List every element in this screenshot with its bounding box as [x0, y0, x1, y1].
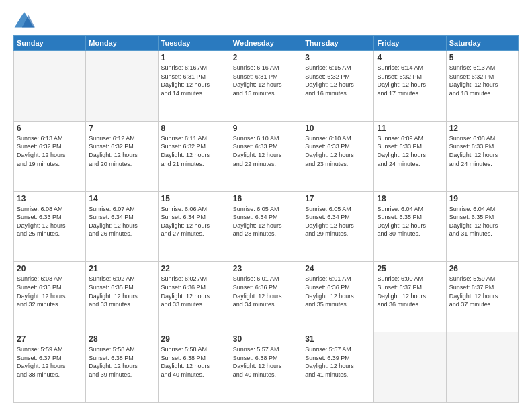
day-info: Sunrise: 5:59 AMSunset: 6:37 PMDaylight:…	[449, 275, 515, 308]
day-info: Sunrise: 6:13 AMSunset: 6:32 PMDaylight:…	[17, 134, 83, 168]
day-info: Sunrise: 6:08 AMSunset: 6:33 PMDaylight:…	[17, 205, 83, 238]
day-info: Sunrise: 6:07 AMSunset: 6:34 PMDaylight:…	[89, 205, 154, 238]
calendar-cell: 1Sunrise: 6:16 AMSunset: 6:31 PMDaylight…	[158, 51, 230, 122]
day-info: Sunrise: 6:14 AMSunset: 6:32 PMDaylight:…	[377, 64, 443, 97]
day-info: Sunrise: 6:01 AMSunset: 6:36 PMDaylight:…	[305, 275, 371, 308]
day-number: 19	[449, 194, 515, 203]
day-number: 30	[233, 334, 299, 344]
calendar-week-4: 20Sunrise: 6:03 AMSunset: 6:35 PMDayligh…	[14, 262, 519, 332]
day-info: Sunrise: 6:06 AMSunset: 6:34 PMDaylight:…	[161, 205, 227, 238]
day-info: Sunrise: 6:11 AMSunset: 6:32 PMDaylight:…	[161, 134, 227, 168]
calendar-header-row: SundayMondayTuesdayWednesdayThursdayFrid…	[14, 36, 519, 51]
day-number: 28	[89, 334, 154, 344]
page: SundayMondayTuesdayWednesdayThursdayFrid…	[0, 0, 532, 411]
calendar-header-wednesday: Wednesday	[230, 36, 302, 51]
day-info: Sunrise: 5:59 AMSunset: 6:37 PMDaylight:…	[17, 345, 83, 379]
calendar-cell: 5Sunrise: 6:13 AMSunset: 6:32 PMDaylight…	[446, 51, 518, 122]
calendar-cell: 13Sunrise: 6:08 AMSunset: 6:33 PMDayligh…	[14, 191, 86, 262]
day-number: 10	[305, 124, 371, 133]
day-number: 20	[17, 264, 83, 273]
day-number: 5	[449, 53, 515, 62]
calendar-header-thursday: Thursday	[302, 36, 374, 51]
day-number: 16	[233, 194, 299, 203]
day-number: 7	[89, 124, 154, 133]
calendar-cell: 29Sunrise: 5:58 AMSunset: 6:38 PMDayligh…	[158, 332, 230, 403]
day-info: Sunrise: 6:02 AMSunset: 6:36 PMDaylight:…	[161, 275, 227, 308]
day-number: 25	[377, 264, 443, 273]
day-info: Sunrise: 6:05 AMSunset: 6:34 PMDaylight:…	[305, 205, 371, 238]
day-info: Sunrise: 5:58 AMSunset: 6:38 PMDaylight:…	[89, 345, 154, 379]
logo	[13, 11, 38, 30]
calendar-cell: 22Sunrise: 6:02 AMSunset: 6:36 PMDayligh…	[158, 262, 230, 332]
day-info: Sunrise: 6:09 AMSunset: 6:33 PMDaylight:…	[377, 134, 443, 168]
calendar-cell: 27Sunrise: 5:59 AMSunset: 6:37 PMDayligh…	[14, 332, 86, 403]
day-info: Sunrise: 6:12 AMSunset: 6:32 PMDaylight:…	[89, 134, 154, 168]
calendar-cell	[14, 51, 86, 122]
calendar-cell: 2Sunrise: 6:16 AMSunset: 6:31 PMDaylight…	[230, 51, 302, 122]
day-number: 13	[17, 194, 83, 203]
day-info: Sunrise: 5:57 AMSunset: 6:38 PMDaylight:…	[233, 345, 299, 379]
calendar-cell: 15Sunrise: 6:06 AMSunset: 6:34 PMDayligh…	[158, 191, 230, 262]
day-number: 17	[305, 194, 371, 203]
day-number: 9	[233, 124, 299, 133]
calendar-header-tuesday: Tuesday	[158, 36, 230, 51]
calendar-header-friday: Friday	[374, 36, 446, 51]
calendar-cell: 31Sunrise: 5:57 AMSunset: 6:39 PMDayligh…	[302, 332, 374, 403]
calendar-cell: 3Sunrise: 6:15 AMSunset: 6:32 PMDaylight…	[302, 51, 374, 122]
day-number: 8	[161, 124, 227, 133]
calendar-cell: 28Sunrise: 5:58 AMSunset: 6:38 PMDayligh…	[86, 332, 158, 403]
day-info: Sunrise: 6:02 AMSunset: 6:35 PMDaylight:…	[89, 275, 154, 308]
calendar-cell: 25Sunrise: 6:00 AMSunset: 6:37 PMDayligh…	[374, 262, 446, 332]
calendar-cell	[86, 51, 158, 122]
calendar-cell: 8Sunrise: 6:11 AMSunset: 6:32 PMDaylight…	[158, 121, 230, 191]
day-info: Sunrise: 6:03 AMSunset: 6:35 PMDaylight:…	[17, 275, 83, 308]
day-info: Sunrise: 6:10 AMSunset: 6:33 PMDaylight:…	[233, 134, 299, 168]
day-number: 1	[161, 53, 227, 62]
day-number: 15	[161, 194, 227, 203]
calendar-cell: 11Sunrise: 6:09 AMSunset: 6:33 PMDayligh…	[374, 121, 446, 191]
calendar-cell: 10Sunrise: 6:10 AMSunset: 6:33 PMDayligh…	[302, 121, 374, 191]
day-info: Sunrise: 6:15 AMSunset: 6:32 PMDaylight:…	[305, 64, 371, 97]
calendar-cell: 24Sunrise: 6:01 AMSunset: 6:36 PMDayligh…	[302, 262, 374, 332]
day-number: 24	[305, 264, 371, 273]
calendar-cell	[446, 332, 518, 403]
day-info: Sunrise: 6:10 AMSunset: 6:33 PMDaylight:…	[305, 134, 371, 168]
calendar-cell: 18Sunrise: 6:04 AMSunset: 6:35 PMDayligh…	[374, 191, 446, 262]
calendar-cell: 30Sunrise: 5:57 AMSunset: 6:38 PMDayligh…	[230, 332, 302, 403]
logo-icon	[13, 11, 35, 30]
day-number: 11	[377, 124, 443, 133]
calendar-cell: 6Sunrise: 6:13 AMSunset: 6:32 PMDaylight…	[14, 121, 86, 191]
calendar-cell: 4Sunrise: 6:14 AMSunset: 6:32 PMDaylight…	[374, 51, 446, 122]
day-number: 22	[161, 264, 227, 273]
day-info: Sunrise: 6:00 AMSunset: 6:37 PMDaylight:…	[377, 275, 443, 308]
header	[13, 11, 519, 30]
calendar-header-sunday: Sunday	[14, 36, 86, 51]
calendar-header-saturday: Saturday	[446, 36, 518, 51]
day-info: Sunrise: 6:08 AMSunset: 6:33 PMDaylight:…	[449, 134, 515, 168]
calendar-cell: 23Sunrise: 6:01 AMSunset: 6:36 PMDayligh…	[230, 262, 302, 332]
day-number: 23	[233, 264, 299, 273]
calendar-table: SundayMondayTuesdayWednesdayThursdayFrid…	[13, 35, 519, 403]
calendar-cell: 12Sunrise: 6:08 AMSunset: 6:33 PMDayligh…	[446, 121, 518, 191]
day-info: Sunrise: 5:57 AMSunset: 6:39 PMDaylight:…	[305, 345, 371, 379]
calendar-cell: 19Sunrise: 6:04 AMSunset: 6:35 PMDayligh…	[446, 191, 518, 262]
calendar-cell: 16Sunrise: 6:05 AMSunset: 6:34 PMDayligh…	[230, 191, 302, 262]
day-number: 3	[305, 53, 371, 62]
day-info: Sunrise: 6:04 AMSunset: 6:35 PMDaylight:…	[449, 205, 515, 238]
calendar-cell: 9Sunrise: 6:10 AMSunset: 6:33 PMDaylight…	[230, 121, 302, 191]
day-info: Sunrise: 6:13 AMSunset: 6:32 PMDaylight:…	[449, 64, 515, 97]
calendar-cell: 21Sunrise: 6:02 AMSunset: 6:35 PMDayligh…	[86, 262, 158, 332]
day-info: Sunrise: 6:16 AMSunset: 6:31 PMDaylight:…	[161, 64, 227, 97]
day-info: Sunrise: 5:58 AMSunset: 6:38 PMDaylight:…	[161, 345, 227, 379]
day-info: Sunrise: 6:05 AMSunset: 6:34 PMDaylight:…	[233, 205, 299, 238]
day-number: 26	[449, 264, 515, 273]
calendar-week-5: 27Sunrise: 5:59 AMSunset: 6:37 PMDayligh…	[14, 332, 519, 403]
calendar-cell: 7Sunrise: 6:12 AMSunset: 6:32 PMDaylight…	[86, 121, 158, 191]
day-info: Sunrise: 6:16 AMSunset: 6:31 PMDaylight:…	[233, 64, 299, 97]
day-number: 18	[377, 194, 443, 203]
calendar-cell: 17Sunrise: 6:05 AMSunset: 6:34 PMDayligh…	[302, 191, 374, 262]
day-info: Sunrise: 6:01 AMSunset: 6:36 PMDaylight:…	[233, 275, 299, 308]
day-number: 21	[89, 264, 154, 273]
calendar-week-3: 13Sunrise: 6:08 AMSunset: 6:33 PMDayligh…	[14, 191, 519, 262]
day-number: 4	[377, 53, 443, 62]
